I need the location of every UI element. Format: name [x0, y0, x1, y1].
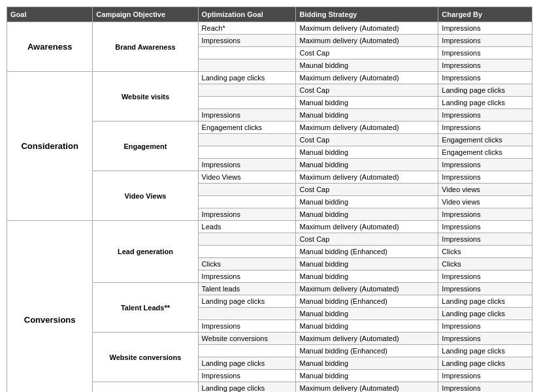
- charge-cell: Video views: [438, 184, 532, 196]
- bid-cell: Manual bidding: [296, 208, 438, 221]
- bid-cell: Manual bidding: [296, 109, 438, 122]
- charge-cell: Impressions: [438, 47, 532, 59]
- opt-cell: [198, 146, 296, 159]
- opt-cell: Clicks: [198, 258, 296, 270]
- bid-cell: Manual bidding: [296, 270, 438, 283]
- campaign-cell: Website visits: [93, 72, 198, 122]
- charge-cell: Impressions: [438, 270, 532, 283]
- opt-cell: [198, 184, 296, 196]
- opt-cell: Impressions: [198, 320, 296, 333]
- campaign-cell: Website conversions: [93, 333, 198, 382]
- charge-cell: Impressions: [438, 171, 532, 184]
- opt-cell: Impressions: [198, 208, 296, 221]
- charge-cell: Landing page clicks: [438, 295, 532, 308]
- main-table: Goal Campaign Objective Optimization Goa…: [7, 7, 532, 392]
- goal-cell: Conversions: [7, 221, 93, 393]
- bid-cell: Maximum delivery (Automated): [296, 122, 438, 134]
- bid-cell: Manual bidding (Enhanced): [296, 295, 438, 308]
- opt-cell: Video Views: [198, 171, 296, 184]
- charge-cell: Impressions: [438, 320, 532, 333]
- charge-cell: Impressions: [438, 208, 532, 221]
- goal-cell: Consideration: [7, 72, 93, 221]
- opt-cell: [198, 97, 296, 109]
- charge-cell: Impressions: [438, 72, 532, 84]
- opt-cell: [198, 134, 296, 146]
- opt-cell: Leads: [198, 221, 296, 233]
- charge-cell: Impressions: [438, 22, 532, 35]
- opt-cell: [198, 196, 296, 208]
- bid-cell: Maximum delivery (Automated): [296, 333, 438, 345]
- bid-cell: Maximum delivery (Automated): [296, 22, 438, 35]
- table-row: ConversionsLead generationLeadsMaximum d…: [7, 221, 532, 233]
- bid-cell: Maximum delivery (Automated): [296, 221, 438, 233]
- opt-cell: Impressions: [198, 159, 296, 171]
- charge-cell: Landing page clicks: [438, 308, 532, 320]
- bid-cell: Manual bidding: [296, 357, 438, 370]
- header-goal: Goal: [7, 7, 93, 22]
- opt-cell: Talent leads: [198, 283, 296, 295]
- opt-cell: [198, 47, 296, 59]
- charge-cell: Impressions: [438, 283, 532, 295]
- bid-cell: Cost Cap: [296, 47, 438, 59]
- bid-cell: Maximum delivery (Automated): [296, 382, 438, 393]
- bid-cell: Manual bidding: [296, 308, 438, 320]
- charge-cell: Landing page clicks: [438, 345, 532, 357]
- bid-cell: Manual bidding: [296, 159, 438, 171]
- bid-cell: Manual bidding (Enhanced): [296, 345, 438, 357]
- opt-cell: Impressions: [198, 35, 296, 47]
- bid-cell: Manual bidding: [296, 258, 438, 270]
- opt-cell: Landing page clicks: [198, 382, 296, 393]
- bid-cell: Cost Cap: [296, 134, 438, 146]
- bid-cell: Maximum delivery (Automated): [296, 171, 438, 184]
- opt-cell: [198, 345, 296, 357]
- charge-cell: Landing page clicks: [438, 84, 532, 97]
- bid-cell: Manual bidding: [296, 370, 438, 382]
- charge-cell: Impressions: [438, 109, 532, 122]
- charge-cell: Impressions: [438, 122, 532, 134]
- charge-cell: Clicks: [438, 246, 532, 258]
- charge-cell: Landing page clicks: [438, 357, 532, 370]
- opt-cell: Impressions: [198, 270, 296, 283]
- opt-cell: Impressions: [198, 370, 296, 382]
- table-row: AwarenessBrand AwarenessReach*Maximum de…: [7, 22, 532, 35]
- charge-cell: Engagement clicks: [438, 146, 532, 159]
- campaign-cell: Engagement: [93, 122, 198, 171]
- charge-cell: Landing page clicks: [438, 97, 532, 109]
- bid-cell: Manual bidding: [296, 320, 438, 333]
- bid-cell: Manual bidding: [296, 97, 438, 109]
- bid-cell: Maximum delivery (Automated): [296, 35, 438, 47]
- charge-cell: Impressions: [438, 333, 532, 345]
- campaign-cell: Talent Leads**: [93, 283, 198, 333]
- bid-cell: Cost Cap: [296, 184, 438, 196]
- bid-cell: Maximum delivery (Automated): [296, 72, 438, 84]
- opt-cell: Landing page clicks: [198, 295, 296, 308]
- table-row: ConsiderationWebsite visitsLanding page …: [7, 72, 532, 84]
- bid-cell: Maximum delivery (Automated): [296, 283, 438, 295]
- campaign-cell: Brand Awareness: [93, 22, 198, 72]
- charge-cell: Video views: [438, 196, 532, 208]
- header-charged: Charged By: [438, 7, 532, 22]
- opt-cell: Engagement clicks: [198, 122, 296, 134]
- header-campaign: Campaign Objective: [93, 7, 198, 22]
- charge-cell: Impressions: [438, 382, 532, 393]
- charge-cell: Impressions: [438, 59, 532, 72]
- charge-cell: Impressions: [438, 159, 532, 171]
- header-bidding: Bidding Strategy: [296, 7, 438, 22]
- bid-cell: Manual bidding: [296, 146, 438, 159]
- goal-cell: Awareness: [7, 22, 93, 72]
- campaign-cell: Job Applicants: [93, 382, 198, 393]
- bid-cell: Cost Cap: [296, 233, 438, 246]
- campaign-cell: Video Views: [93, 171, 198, 221]
- opt-cell: Landing page clicks: [198, 72, 296, 84]
- opt-cell: Website conversions: [198, 333, 296, 345]
- charge-cell: Impressions: [438, 221, 532, 233]
- opt-cell: [198, 233, 296, 246]
- campaign-cell: Lead generation: [93, 221, 198, 283]
- charge-cell: Impressions: [438, 370, 532, 382]
- bid-cell: Manual bidding (Enhanced): [296, 246, 438, 258]
- opt-cell: Impressions: [198, 109, 296, 122]
- bid-cell: Manual bidding: [296, 196, 438, 208]
- charge-cell: Impressions: [438, 233, 532, 246]
- opt-cell: Landing page clicks: [198, 357, 296, 370]
- opt-cell: [198, 308, 296, 320]
